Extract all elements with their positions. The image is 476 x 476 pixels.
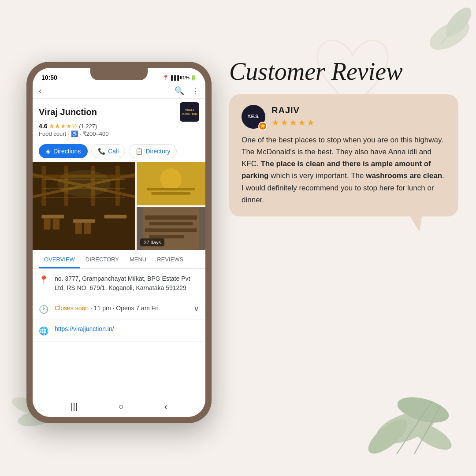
hours-detail: · 11 pm · Opens 7 am Fri — [90, 305, 159, 312]
expand-icon[interactable]: ∨ — [193, 304, 199, 313]
reviewer-name: RAJIV — [271, 105, 316, 115]
battery-text: 61% — [180, 75, 190, 80]
svg-rect-33 — [149, 222, 193, 225]
status-icons: 📍 ▐▐▐ 61% 🔋 — [163, 75, 197, 81]
hours-row[interactable]: 🕐 Closes soon · 11 pm · Opens 7 am Fri ∨ — [33, 298, 205, 320]
action-buttons: ◈ Directions 📞 Call 📋 Directory — [33, 141, 205, 162]
photo-side-bottom[interactable]: 27 days — [137, 207, 205, 250]
globe-icon: 🌐 — [39, 326, 48, 336]
rating-row: 4.6 ★★★★½ (1,227) — [39, 123, 199, 130]
more-options-icon[interactable]: ⋮ — [191, 86, 199, 96]
directory-button[interactable]: 📋 Directory — [129, 144, 177, 158]
photos-grid: 27 days — [33, 162, 205, 250]
svg-rect-16 — [115, 166, 120, 206]
logo-text: VIRAJ JUNCTION — [180, 108, 199, 116]
signal-icon: ▐▐▐ — [170, 75, 179, 80]
decorative-leaves-bottom — [344, 339, 467, 463]
phone-screen: 10:50 📍 ▐▐▐ 61% 🔋 ‹ 🔍 ⋮ Viraj — [33, 68, 205, 417]
reviewer-stars: ★★★★★ — [271, 117, 316, 128]
search-icon[interactable]: 🔍 — [175, 86, 184, 96]
place-type: Food court · ♿ · ₹200–400 — [39, 130, 199, 137]
nav-back-icon[interactable]: ‹ — [164, 402, 167, 412]
reviewer-info: RAJIV ★★★★★ — [271, 105, 316, 128]
reviewer-avatar: Y.E.S. ⭐ — [242, 105, 265, 129]
call-icon: 📞 — [98, 148, 105, 155]
price-range: ₹200–400 — [83, 130, 109, 137]
svg-rect-23 — [53, 218, 60, 229]
address-row: 📍 no. 3777, Grampanchayat Milkat, BPG Es… — [33, 269, 205, 298]
review-count: (1,227) — [79, 123, 97, 130]
closes-soon-text: Closes soon — [55, 305, 89, 312]
svg-rect-25 — [84, 223, 91, 234]
avatar-initials: Y.E.S. — [247, 114, 259, 119]
website-link[interactable]: https://virajjunction.in/ — [55, 325, 114, 332]
svg-rect-32 — [145, 215, 197, 219]
svg-rect-13 — [41, 166, 46, 206]
maps-action-icons: 🔍 ⋮ — [175, 86, 199, 96]
svg-rect-22 — [44, 218, 50, 229]
website-row[interactable]: 🌐 https://virajjunction.in/ — [33, 320, 205, 342]
tab-directory[interactable]: DIRECTORY — [80, 252, 124, 268]
back-button[interactable]: ‹ — [39, 86, 42, 96]
rating-stars: ★★★★½ — [49, 123, 77, 130]
call-button[interactable]: 📞 Call — [91, 144, 125, 158]
location-pin-icon: 📍 — [39, 275, 48, 285]
customer-review-title: Customer Review — [229, 57, 458, 86]
place-category: Food court — [39, 130, 66, 137]
svg-rect-34 — [145, 228, 197, 232]
place-name: Viraj Junction — [39, 107, 97, 117]
phone-mockup: 10:50 📍 ▐▐▐ 61% 🔋 ‹ 🔍 ⋮ Viraj — [26, 62, 212, 423]
svg-rect-21 — [104, 215, 126, 218]
directions-icon: ◈ — [46, 148, 51, 155]
hours-text: Closes soon · 11 pm · Opens 7 am Fri — [55, 304, 187, 313]
directions-button[interactable]: ◈ Directions — [39, 144, 88, 158]
svg-rect-20 — [73, 219, 95, 223]
reviewer-header: Y.E.S. ⭐ RAJIV ★★★★★ — [242, 105, 446, 129]
tab-overview[interactable]: OVERVIEW — [39, 252, 80, 268]
svg-rect-35 — [149, 235, 184, 238]
svg-rect-30 — [152, 192, 191, 195]
review-text: One of the best places to stop when you … — [242, 134, 446, 206]
nav-recent-icon[interactable]: ||| — [71, 402, 78, 412]
place-info: Viraj Junction VIRAJ JUNCTION 4.6 ★★★★½ … — [33, 99, 205, 141]
battery-icon: 🔋 — [190, 75, 197, 81]
nav-home-icon[interactable]: ○ — [118, 402, 123, 412]
directory-icon: 📋 — [135, 148, 143, 155]
phone-frame: 10:50 📍 ▐▐▐ 61% 🔋 ‹ 🔍 ⋮ Viraj — [26, 62, 212, 423]
svg-point-26 — [57, 170, 111, 197]
avatar-badge: ⭐ — [258, 122, 267, 130]
clock-icon: 🕐 — [39, 305, 48, 314]
svg-rect-29 — [147, 188, 195, 190]
svg-point-28 — [160, 168, 182, 190]
tab-menu[interactable]: MENU — [124, 252, 152, 268]
location-icon: 📍 — [163, 75, 169, 81]
photo-side-top[interactable] — [137, 162, 205, 205]
svg-rect-24 — [75, 223, 82, 234]
accessibility-icon: · ♿ · — [68, 130, 83, 137]
tab-reviews[interactable]: REVIEWS — [152, 252, 189, 268]
days-badge: 27 days — [140, 238, 164, 246]
phone-nav-bar: ||| ○ ‹ — [33, 396, 205, 417]
photo-main[interactable] — [33, 162, 135, 250]
nav-tabs: OVERVIEW DIRECTORY MENU REVIEWS — [33, 252, 205, 269]
maps-header: ‹ 🔍 ⋮ — [33, 83, 205, 99]
address-text: no. 3777, Grampanchayat Milkat, BPG Esta… — [55, 274, 199, 293]
photo-side: 27 days — [137, 162, 205, 250]
place-name-row: Viraj Junction VIRAJ JUNCTION — [39, 102, 199, 122]
svg-rect-19 — [41, 215, 64, 218]
rating-number: 4.6 — [39, 123, 47, 130]
place-logo: VIRAJ JUNCTION — [180, 102, 199, 122]
restaurant-interior-img — [33, 162, 135, 250]
phone-notch — [90, 68, 148, 80]
status-time: 10:50 — [41, 74, 57, 81]
speech-bubble: Y.E.S. ⭐ RAJIV ★★★★★ One of the best pla… — [229, 94, 458, 216]
review-section: Customer Review Y.E.S. ⭐ RAJIV ★★★★★ One… — [229, 57, 458, 216]
